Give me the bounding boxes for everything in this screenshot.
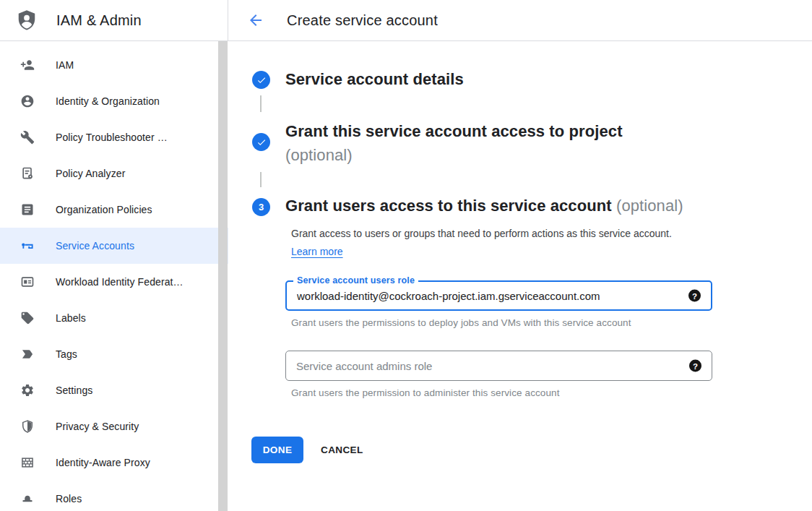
sidebar-item-policy-analyzer[interactable]: Policy Analyzer — [0, 155, 228, 192]
sidebar-item-organization-policies[interactable]: Organization Policies — [0, 192, 228, 228]
step2-title-text: Grant this service account access to pro… — [285, 122, 623, 140]
person-add-icon — [20, 58, 35, 72]
sidebar-item-label: Service Accounts — [56, 240, 134, 252]
step3-number-icon: 3 — [252, 198, 270, 216]
users-role-input[interactable] — [287, 282, 711, 309]
sidebar-item-settings[interactable]: Settings — [0, 372, 228, 408]
sidebar-item-label: Identity & Organization — [56, 95, 160, 107]
account-circle-icon — [20, 94, 35, 108]
step3-description: Grant access to users or groups that nee… — [291, 225, 693, 261]
sidebar-item-label: Policy Troubleshooter … — [56, 132, 168, 143]
page-header: Create service account — [228, 0, 812, 40]
sidebar-item-label: Policy Analyzer — [56, 168, 125, 179]
step2-complete-icon — [252, 133, 270, 151]
sidebar-item-workload-identity-federation[interactable]: Workload Identity Federat… — [0, 264, 228, 300]
service-account-key-icon — [20, 239, 35, 253]
step3-number: 3 — [259, 202, 264, 212]
help-icon[interactable]: ? — [688, 290, 701, 302]
admins-role-input[interactable] — [286, 351, 712, 380]
help-icon[interactable]: ? — [689, 360, 701, 372]
tag-arrow-icon — [20, 347, 35, 361]
create-service-account-panel: Service account details Grant this servi… — [228, 41, 812, 511]
top-app-bar: IAM & Admin Create service account — [0, 0, 812, 41]
sidebar-item-identity-aware-proxy[interactable]: Identity-Aware Proxy — [0, 445, 228, 481]
badge-card-icon — [20, 275, 35, 289]
step2-title: Grant this service account access to pro… — [285, 119, 623, 167]
hat-icon — [20, 491, 35, 506]
sidebar-item-iam[interactable]: IAM — [0, 47, 228, 83]
iam-admin-sidebar: IAM Identity & Organization Policy Troub… — [0, 41, 228, 511]
label-tag-icon — [20, 311, 35, 325]
service-account-admins-role-field: ? — [285, 351, 712, 381]
step2-optional-label: (optional) — [285, 143, 623, 167]
cancel-button[interactable]: CANCEL — [321, 437, 363, 463]
step1-title: Service account details — [285, 70, 464, 89]
sidebar-item-labels[interactable]: Labels — [0, 300, 228, 336]
document-icon — [20, 202, 35, 217]
step3-description-text: Grant access to users or groups that nee… — [291, 228, 672, 239]
sidebar-item-label: Identity-Aware Proxy — [56, 457, 150, 468]
sidebar-item-service-accounts[interactable]: Service Accounts — [0, 228, 228, 264]
sidebar-item-privacy-security[interactable]: Privacy & Security — [0, 408, 228, 445]
sidebar-item-label: Roles — [56, 493, 82, 504]
sidebar-item-label: Tags — [56, 348, 77, 360]
product-title: IAM & Admin — [56, 12, 142, 29]
page-title: Create service account — [287, 12, 438, 29]
step3-title: Grant users access to this service accou… — [285, 197, 683, 215]
sidebar-item-label: IAM — [56, 59, 74, 71]
sidebar-item-policy-troubleshooter[interactable]: Policy Troubleshooter … — [0, 119, 228, 155]
users-role-field-label: Service account users role — [293, 275, 418, 285]
gear-icon — [20, 383, 35, 398]
step3-optional-label: (optional) — [616, 197, 683, 215]
learn-more-link[interactable]: Learn more — [291, 246, 343, 257]
back-arrow-icon — [247, 12, 264, 29]
sidebar-item-label: Settings — [56, 385, 92, 396]
sidebar-item-tags[interactable]: Tags — [0, 336, 228, 372]
iam-shield-logo-icon — [16, 9, 38, 32]
sidebar-item-identity-organization[interactable]: Identity & Organization — [0, 83, 228, 119]
done-button[interactable]: DONE — [251, 437, 303, 463]
step-connector — [260, 172, 262, 187]
step1-complete-icon — [252, 71, 270, 89]
sidebar-item-roles[interactable]: Roles — [0, 481, 228, 511]
step3-title-text: Grant users access to this service accou… — [285, 197, 612, 215]
product-header: IAM & Admin — [0, 0, 228, 40]
policy-analyzer-icon — [20, 166, 35, 181]
sidebar-item-label: Labels — [56, 312, 86, 324]
firewall-icon — [20, 455, 35, 470]
shield-icon — [20, 419, 35, 434]
sidebar-scrollbar[interactable] — [218, 41, 228, 511]
sidebar-item-label: Workload Identity Federat… — [56, 276, 183, 288]
users-role-helper-text: Grant users the permissions to deploy jo… — [291, 317, 631, 328]
service-account-users-role-field: Service account users role ? — [285, 280, 712, 311]
wrench-icon — [20, 130, 35, 145]
back-button[interactable] — [246, 11, 265, 30]
sidebar-item-label: Privacy & Security — [56, 421, 139, 432]
admins-role-helper-text: Grant users the permission to administer… — [291, 387, 560, 398]
sidebar-item-label: Organization Policies — [56, 204, 152, 215]
step-connector — [260, 95, 262, 112]
